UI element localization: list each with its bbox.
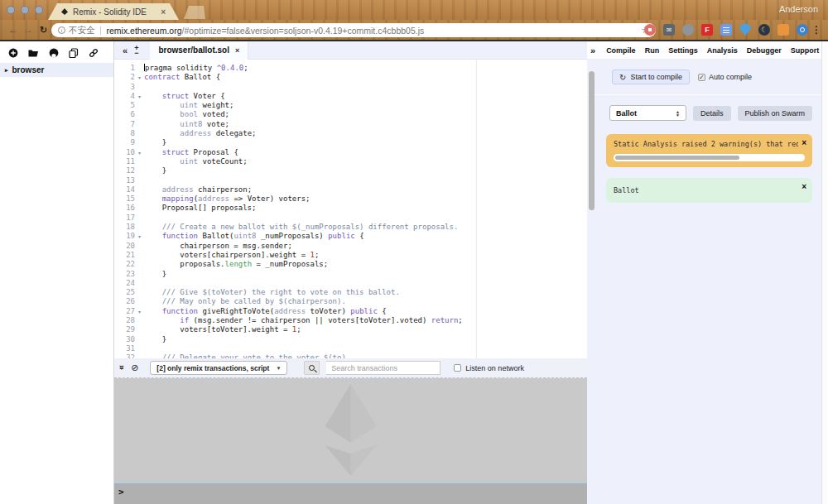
flipboard-extension-icon[interactable]: F bbox=[701, 24, 713, 36]
fold-arrow-icon[interactable]: ▾ bbox=[135, 92, 144, 101]
chrome-menu-icon[interactable]: ⋮ bbox=[811, 24, 821, 36]
panel-tab-support[interactable]: Support bbox=[791, 46, 820, 55]
code-line-1[interactable]: 1pragma solidity ^0.4.0; bbox=[114, 64, 587, 73]
expand-panel-icon[interactable]: » bbox=[590, 46, 595, 55]
terminal-clear-icon[interactable]: ⊘ bbox=[131, 362, 138, 373]
pink-circle-extension-icon[interactable] bbox=[644, 24, 656, 36]
auto-compile-checkbox[interactable]: ✓ bbox=[698, 74, 705, 81]
gutter[interactable]: 29 bbox=[114, 325, 144, 334]
terminal-filter-dropdown[interactable]: [2] only remix transactions, script ▼ bbox=[150, 361, 287, 375]
code-line-6[interactable]: 6 bool voted; bbox=[114, 110, 587, 119]
gutter[interactable]: 10▾ bbox=[114, 148, 144, 157]
badge-close-icon[interactable]: × bbox=[802, 182, 806, 191]
code-line-20[interactable]: 20 chairperson = msg.sender; bbox=[114, 242, 587, 251]
gutter[interactable]: 3 bbox=[114, 83, 144, 92]
gutter[interactable]: 26 bbox=[114, 297, 144, 306]
gutter[interactable]: 1 bbox=[114, 64, 144, 73]
code-line-22[interactable]: 22 proposals.length = _numProposals; bbox=[114, 260, 587, 269]
new-tab-button[interactable] bbox=[184, 6, 205, 19]
gutter[interactable]: 13 bbox=[114, 176, 144, 185]
code-line-25[interactable]: 25 /// Give $(toVoter) the right to vote… bbox=[114, 288, 587, 297]
gutter[interactable]: 19▾ bbox=[114, 232, 144, 241]
gutter[interactable]: 11 bbox=[114, 157, 144, 166]
code-line-30[interactable]: 30 } bbox=[114, 335, 587, 344]
contract-select[interactable]: Ballot ▲▼ bbox=[609, 105, 686, 121]
zoom-out-icon[interactable]: − bbox=[134, 50, 138, 55]
gutter[interactable]: 24 bbox=[114, 279, 144, 288]
code-line-3[interactable]: 3 bbox=[114, 83, 587, 92]
code-line-26[interactable]: 26 /// May only be called by $(chairpers… bbox=[114, 297, 587, 306]
panel-tab-analysis[interactable]: Analysis bbox=[707, 46, 738, 55]
code-line-5[interactable]: 5 uint weight; bbox=[114, 101, 587, 110]
copy-files-icon[interactable] bbox=[69, 48, 79, 58]
code-line-4[interactable]: 4▾ struct Voter { bbox=[114, 92, 587, 101]
terminal-output[interactable] bbox=[114, 378, 587, 482]
close-window-button[interactable] bbox=[7, 6, 15, 14]
fold-arrow-icon[interactable]: ▾ bbox=[135, 148, 144, 157]
code-line-18[interactable]: 18 /// Create a new ballot with $(_numPr… bbox=[114, 223, 587, 232]
github-gist-icon[interactable] bbox=[49, 48, 59, 58]
gutter[interactable]: 28 bbox=[114, 316, 144, 325]
collapse-left-icon[interactable]: « bbox=[123, 46, 128, 55]
listen-on-network[interactable]: Listen on network bbox=[454, 364, 524, 372]
new-file-icon[interactable] bbox=[8, 48, 18, 58]
gutter[interactable]: 2▾ bbox=[114, 73, 144, 82]
panel-tab-debugger[interactable]: Debugger bbox=[747, 46, 782, 55]
url-bar[interactable]: i 不安全 remix.ethereum.org /#optimize=fals… bbox=[51, 23, 656, 37]
fold-arrow-icon[interactable]: ▾ bbox=[135, 307, 144, 316]
gutter[interactable]: 32 bbox=[114, 353, 144, 358]
gutter[interactable]: 9 bbox=[114, 138, 144, 147]
info-icon[interactable]: i bbox=[58, 26, 65, 34]
panel-tab-compile[interactable]: Compile bbox=[606, 46, 636, 55]
editor-tab-ballot[interactable]: browser/ballot.sol × bbox=[150, 41, 248, 60]
search-button[interactable] bbox=[304, 361, 320, 375]
code-line-2[interactable]: 2▾contract Ballot { bbox=[114, 73, 587, 82]
start-to-compile-button[interactable]: ↻ Start to compile bbox=[612, 70, 690, 84]
gutter[interactable]: 7 bbox=[114, 120, 144, 129]
gutter[interactable]: 22 bbox=[114, 260, 144, 269]
docs-extension-icon[interactable] bbox=[720, 24, 732, 36]
panel-tab-run[interactable]: Run bbox=[645, 46, 660, 55]
code-line-17[interactable]: 17 bbox=[114, 214, 587, 223]
gutter[interactable]: 23 bbox=[114, 270, 144, 279]
gutter[interactable]: 6 bbox=[114, 110, 144, 119]
back-icon[interactable]: ← bbox=[8, 23, 18, 36]
browser-tab[interactable]: Remix - Solidity IDE × bbox=[48, 3, 179, 20]
page-scrollbar-track[interactable] bbox=[821, 41, 827, 504]
warning-horizontal-scrollbar[interactable] bbox=[614, 154, 805, 161]
editor-tab-close-icon[interactable]: × bbox=[235, 46, 239, 55]
code-line-9[interactable]: 9 } bbox=[114, 138, 587, 147]
forward-icon[interactable]: → bbox=[23, 23, 33, 36]
code-line-27[interactable]: 27▾ function giveRightToVote(address toV… bbox=[114, 307, 587, 316]
code-editor[interactable]: 1pragma solidity ^0.4.0;2▾contract Ballo… bbox=[114, 60, 587, 358]
code-line-7[interactable]: 7 uint8 vote; bbox=[114, 120, 587, 129]
code-line-28[interactable]: 28 if (msg.sender != chairperson || vote… bbox=[114, 316, 587, 325]
code-line-24[interactable]: 24 bbox=[114, 279, 587, 288]
listen-checkbox[interactable] bbox=[454, 364, 461, 372]
compiled-contract-badge[interactable]: Ballot × bbox=[606, 178, 812, 203]
open-folder-icon[interactable] bbox=[28, 49, 39, 58]
auto-compile-option[interactable]: ✓ Auto compile bbox=[698, 73, 752, 81]
code-line-31[interactable]: 31 bbox=[114, 344, 587, 353]
terminal-prompt[interactable]: > bbox=[114, 483, 587, 504]
gutter[interactable]: 17 bbox=[114, 214, 144, 223]
code-line-29[interactable]: 29 voters[toVoter].weight = 1; bbox=[114, 325, 587, 334]
panel-tab-settings[interactable]: Settings bbox=[668, 46, 698, 55]
gutter[interactable]: 16 bbox=[114, 204, 144, 213]
moon-extension-icon[interactable]: ☾ bbox=[758, 24, 770, 36]
fold-arrow-icon[interactable]: ▾ bbox=[135, 73, 144, 82]
code-line-21[interactable]: 21 voters[chairperson].weight = 1; bbox=[114, 251, 587, 260]
reload-icon[interactable]: ↻ bbox=[40, 23, 47, 36]
gutter[interactable]: 25 bbox=[114, 288, 144, 297]
code-line-32[interactable]: 32 /// Delegate your vote to the voter $… bbox=[114, 353, 587, 358]
gutter[interactable]: 30 bbox=[114, 335, 144, 344]
code-line-16[interactable]: 16 Proposal[] proposals; bbox=[114, 204, 587, 213]
evernote-extension-icon[interactable] bbox=[682, 24, 694, 36]
compass-extension-icon[interactable] bbox=[797, 24, 808, 36]
fold-arrow-icon[interactable]: ▾ bbox=[135, 232, 144, 241]
gem-extension-icon[interactable] bbox=[739, 24, 751, 36]
gutter[interactable]: 12 bbox=[114, 166, 144, 175]
gutter[interactable]: 14 bbox=[114, 185, 144, 194]
static-analysis-warning[interactable]: Static Analysis raised 2 warning(s) that… bbox=[606, 134, 812, 167]
code-line-8[interactable]: 8 address delegate; bbox=[114, 129, 587, 138]
